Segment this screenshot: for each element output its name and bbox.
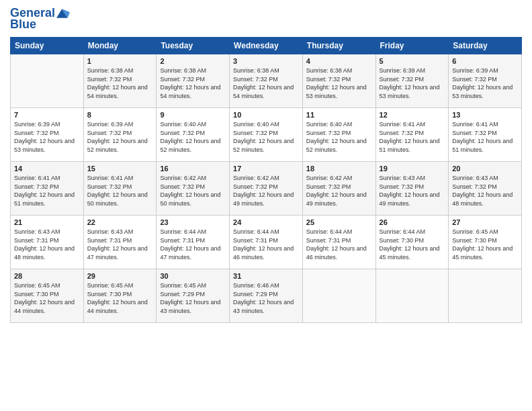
day-number: 22 <box>87 218 153 226</box>
day-info: Sunrise: 6:44 AM Sunset: 7:31 PM Dayligh… <box>233 228 299 261</box>
calendar-cell: 2 Sunrise: 6:38 AM Sunset: 7:32 PM Dayli… <box>157 54 230 108</box>
day-number: 6 <box>452 57 518 65</box>
calendar-cell: 12 Sunrise: 6:41 AM Sunset: 7:32 PM Dayl… <box>375 108 449 162</box>
weekday-header-tuesday: Tuesday <box>157 38 230 54</box>
calendar-cell: 15 Sunrise: 6:41 AM Sunset: 7:32 PM Dayl… <box>83 162 157 216</box>
day-number: 18 <box>306 165 372 173</box>
day-info: Sunrise: 6:38 AM Sunset: 7:32 PM Dayligh… <box>233 66 299 100</box>
day-info: Sunrise: 6:45 AM Sunset: 7:30 PM Dayligh… <box>87 281 153 315</box>
weekday-header-monday: Monday <box>83 38 157 54</box>
day-number: 10 <box>233 111 299 119</box>
day-number: 23 <box>160 218 226 226</box>
day-info: Sunrise: 6:39 AM Sunset: 7:32 PM Dayligh… <box>87 120 153 154</box>
calendar-cell: 19 Sunrise: 6:43 AM Sunset: 7:32 PM Dayl… <box>375 162 449 216</box>
day-info: Sunrise: 6:42 AM Sunset: 7:32 PM Dayligh… <box>233 174 299 208</box>
day-info: Sunrise: 6:39 AM Sunset: 7:32 PM Dayligh… <box>380 66 445 100</box>
calendar-cell: 25 Sunrise: 6:44 AM Sunset: 7:31 PM Dayl… <box>302 216 375 269</box>
day-info: Sunrise: 6:40 AM Sunset: 7:32 PM Dayligh… <box>233 120 299 154</box>
day-number: 11 <box>306 111 372 119</box>
day-number: 7 <box>14 111 80 119</box>
day-info: Sunrise: 6:38 AM Sunset: 7:32 PM Dayligh… <box>87 66 153 100</box>
day-info: Sunrise: 6:45 AM Sunset: 7:30 PM Dayligh… <box>14 281 80 315</box>
calendar-cell: 5 Sunrise: 6:39 AM Sunset: 7:32 PM Dayli… <box>375 54 449 108</box>
day-info: Sunrise: 6:43 AM Sunset: 7:31 PM Dayligh… <box>87 228 153 261</box>
day-info: Sunrise: 6:44 AM Sunset: 7:31 PM Dayligh… <box>160 228 226 261</box>
day-info: Sunrise: 6:44 AM Sunset: 7:31 PM Dayligh… <box>306 228 372 261</box>
day-number: 14 <box>14 165 80 173</box>
calendar-cell: 8 Sunrise: 6:39 AM Sunset: 7:32 PM Dayli… <box>83 108 157 162</box>
calendar-cell <box>375 269 449 323</box>
calendar-cell: 30 Sunrise: 6:45 AM Sunset: 7:29 PM Dayl… <box>157 269 230 323</box>
day-number: 21 <box>14 218 80 226</box>
header: General Blue <box>10 7 522 32</box>
day-number: 26 <box>380 218 445 226</box>
day-number: 29 <box>87 272 153 280</box>
day-info: Sunrise: 6:41 AM Sunset: 7:32 PM Dayligh… <box>380 120 445 154</box>
day-number: 2 <box>160 57 226 65</box>
calendar-cell: 24 Sunrise: 6:44 AM Sunset: 7:31 PM Dayl… <box>230 216 303 269</box>
calendar-cell: 13 Sunrise: 6:41 AM Sunset: 7:32 PM Dayl… <box>449 108 522 162</box>
day-info: Sunrise: 6:41 AM Sunset: 7:32 PM Dayligh… <box>14 174 80 208</box>
page: General Blue SundayMondayTuesdayWednesda… <box>0 0 532 411</box>
day-number: 20 <box>452 165 518 173</box>
day-info: Sunrise: 6:41 AM Sunset: 7:32 PM Dayligh… <box>87 174 153 208</box>
day-number: 16 <box>160 165 226 173</box>
calendar-cell: 1 Sunrise: 6:38 AM Sunset: 7:32 PM Dayli… <box>83 54 157 108</box>
calendar-cell: 14 Sunrise: 6:41 AM Sunset: 7:32 PM Dayl… <box>11 162 84 216</box>
day-number: 17 <box>233 165 299 173</box>
day-info: Sunrise: 6:46 AM Sunset: 7:29 PM Dayligh… <box>233 281 299 315</box>
day-info: Sunrise: 6:42 AM Sunset: 7:32 PM Dayligh… <box>160 174 226 208</box>
calendar-cell: 23 Sunrise: 6:44 AM Sunset: 7:31 PM Dayl… <box>157 216 230 269</box>
calendar-cell: 29 Sunrise: 6:45 AM Sunset: 7:30 PM Dayl… <box>83 269 157 323</box>
day-info: Sunrise: 6:39 AM Sunset: 7:32 PM Dayligh… <box>14 120 80 154</box>
day-info: Sunrise: 6:39 AM Sunset: 7:32 PM Dayligh… <box>452 66 518 100</box>
day-number: 13 <box>452 111 518 119</box>
calendar-cell <box>449 269 522 323</box>
day-number: 5 <box>380 57 445 65</box>
weekday-header-sunday: Sunday <box>11 38 84 54</box>
weekday-header-thursday: Thursday <box>302 38 375 54</box>
calendar-table: SundayMondayTuesdayWednesdayThursdayFrid… <box>10 37 522 323</box>
calendar-cell: 10 Sunrise: 6:40 AM Sunset: 7:32 PM Dayl… <box>230 108 303 162</box>
calendar-week-1: 7 Sunrise: 6:39 AM Sunset: 7:32 PM Dayli… <box>11 108 522 162</box>
day-info: Sunrise: 6:45 AM Sunset: 7:29 PM Dayligh… <box>160 281 226 315</box>
day-info: Sunrise: 6:43 AM Sunset: 7:32 PM Dayligh… <box>380 174 445 208</box>
calendar-cell: 7 Sunrise: 6:39 AM Sunset: 7:32 PM Dayli… <box>11 108 84 162</box>
calendar-week-4: 28 Sunrise: 6:45 AM Sunset: 7:30 PM Dayl… <box>11 269 522 323</box>
day-number: 15 <box>87 165 153 173</box>
day-number: 3 <box>233 57 299 65</box>
calendar-header-row: SundayMondayTuesdayWednesdayThursdayFrid… <box>11 38 522 54</box>
calendar-cell: 9 Sunrise: 6:40 AM Sunset: 7:32 PM Dayli… <box>157 108 230 162</box>
calendar-cell: 6 Sunrise: 6:39 AM Sunset: 7:32 PM Dayli… <box>449 54 522 108</box>
day-number: 1 <box>87 57 153 65</box>
calendar-cell: 17 Sunrise: 6:42 AM Sunset: 7:32 PM Dayl… <box>230 162 303 216</box>
calendar-cell: 26 Sunrise: 6:44 AM Sunset: 7:30 PM Dayl… <box>375 216 449 269</box>
day-number: 9 <box>160 111 226 119</box>
weekday-header-wednesday: Wednesday <box>230 38 303 54</box>
day-number: 28 <box>14 272 80 280</box>
calendar-cell <box>302 269 375 323</box>
day-number: 19 <box>380 165 445 173</box>
calendar-cell: 31 Sunrise: 6:46 AM Sunset: 7:29 PM Dayl… <box>230 269 303 323</box>
day-info: Sunrise: 6:42 AM Sunset: 7:32 PM Dayligh… <box>306 174 372 208</box>
day-info: Sunrise: 6:43 AM Sunset: 7:31 PM Dayligh… <box>14 228 80 261</box>
day-number: 30 <box>160 272 226 280</box>
calendar-week-3: 21 Sunrise: 6:43 AM Sunset: 7:31 PM Dayl… <box>11 216 522 269</box>
calendar-cell: 28 Sunrise: 6:45 AM Sunset: 7:30 PM Dayl… <box>11 269 84 323</box>
day-info: Sunrise: 6:40 AM Sunset: 7:32 PM Dayligh… <box>160 120 226 154</box>
calendar-cell: 18 Sunrise: 6:42 AM Sunset: 7:32 PM Dayl… <box>302 162 375 216</box>
day-number: 27 <box>452 218 518 226</box>
calendar-week-2: 14 Sunrise: 6:41 AM Sunset: 7:32 PM Dayl… <box>11 162 522 216</box>
calendar-week-0: 1 Sunrise: 6:38 AM Sunset: 7:32 PM Dayli… <box>11 54 522 108</box>
day-number: 25 <box>306 218 372 226</box>
calendar-cell: 22 Sunrise: 6:43 AM Sunset: 7:31 PM Dayl… <box>83 216 157 269</box>
weekday-header-friday: Friday <box>375 38 449 54</box>
logo-icon <box>56 7 70 20</box>
day-number: 4 <box>306 57 372 65</box>
day-info: Sunrise: 6:41 AM Sunset: 7:32 PM Dayligh… <box>452 120 518 154</box>
day-number: 8 <box>87 111 153 119</box>
calendar-cell <box>11 54 84 108</box>
logo: General Blue <box>10 7 70 32</box>
day-number: 24 <box>233 218 299 226</box>
calendar-cell: 27 Sunrise: 6:45 AM Sunset: 7:30 PM Dayl… <box>449 216 522 269</box>
